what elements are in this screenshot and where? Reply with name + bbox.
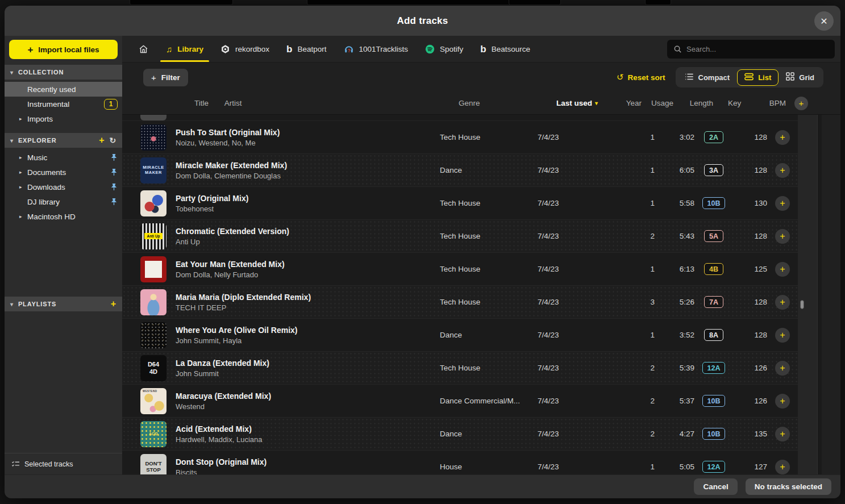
column-length[interactable]: Length (673, 99, 713, 107)
add-track-button[interactable]: + (775, 328, 790, 343)
scrollbar-track[interactable] (798, 115, 817, 474)
column-year[interactable]: Year (613, 99, 642, 107)
add-track-button[interactable]: + (775, 196, 790, 211)
table-row[interactable]: Eat Your Man (Extended Mix) Dom Dolla, N… (122, 252, 798, 285)
tab-library[interactable]: ♫ Library (166, 36, 203, 62)
tab-home[interactable] (138, 36, 149, 62)
add-column-button[interactable]: + (794, 97, 808, 110)
pin-icon[interactable] (110, 153, 118, 161)
track-title: Dont Stop (Original Mix) (176, 457, 440, 466)
track-genre: Tech House (440, 199, 538, 207)
collection-section-header[interactable]: ▾ COLLECTION (5, 65, 122, 80)
add-track-button[interactable]: + (775, 361, 790, 376)
modal-body: + Import local files ▾ COLLECTION Recent… (5, 36, 840, 474)
import-local-files-button[interactable]: + Import local files (9, 40, 118, 59)
track-genre: Dance (440, 430, 538, 438)
table-row[interactable]: D64 4D La Danza (Extended Mix) John Summ… (122, 351, 798, 384)
table-row[interactable]: Party (Original Mix) Tobehonest Tech Hou… (122, 186, 798, 219)
table-row[interactable]: Anti Up Chromatic (Extended Version) Ant… (122, 219, 798, 252)
add-track-button[interactable]: + (775, 427, 790, 441)
sidebar-item-downloads[interactable]: ▸ Downloads (5, 180, 122, 194)
partially-scrolled-row (122, 115, 798, 120)
track-genre: Tech House (440, 232, 538, 240)
track-title: Maracuya (Extended Mix) (176, 391, 440, 401)
selected-tracks-bar[interactable]: Selected tracks (5, 453, 122, 474)
filter-button[interactable]: + Filter (143, 69, 188, 86)
tab-beatport[interactable]: b Beatport (286, 36, 326, 62)
view-mode-switcher: Compact List Grid (676, 67, 823, 88)
column-artist[interactable]: Artist (224, 99, 242, 107)
view-mode-compact[interactable]: Compact (677, 69, 738, 86)
beatsource-icon: b (480, 44, 486, 54)
add-playlist-button[interactable]: + (111, 299, 116, 309)
track-bpm: 127 (733, 463, 767, 471)
table-row[interactable]: DON'T STOP Dont Stop (Original Mix) Bisc… (122, 450, 798, 474)
tab-rekordbox[interactable]: rekordbox (220, 36, 269, 62)
close-button[interactable]: ✕ (814, 11, 834, 31)
table-row[interactable]: Where You Are (Olive Oil Remix) John Sum… (122, 318, 798, 351)
sort-direction-icon: ▾ (595, 100, 598, 106)
track-last-used: 7/4/23 (538, 430, 594, 438)
add-track-button[interactable]: + (775, 163, 790, 178)
plus-icon: + (780, 330, 785, 340)
add-track-button[interactable]: + (775, 262, 790, 277)
sidebar-item-dj-library[interactable]: DJ library (5, 194, 122, 209)
track-length: 3:52 (655, 331, 694, 339)
playlists-section-header[interactable]: ▾ PLAYLISTS + (5, 297, 122, 311)
view-mode-grid[interactable]: Grid (779, 69, 822, 86)
column-genre[interactable]: Genre (459, 99, 556, 107)
album-art: D64 4D (140, 355, 166, 381)
plus-icon: + (780, 198, 785, 209)
tab-spotify[interactable]: Spotify (425, 36, 463, 62)
add-track-button[interactable]: + (775, 229, 790, 244)
key-badge: 7A (704, 296, 723, 308)
tab-label: Library (177, 45, 203, 53)
sidebar-item-instrumental[interactable]: Instrumental 1 (5, 97, 122, 111)
add-track-button[interactable]: + (775, 460, 790, 474)
sidebar-item-music[interactable]: ▸ Music (5, 150, 122, 165)
view-mode-list[interactable]: List (737, 69, 779, 86)
pin-icon[interactable] (110, 168, 118, 176)
pin-icon[interactable] (110, 198, 118, 206)
track-bpm: 126 (733, 397, 767, 405)
svg-text:?: ? (347, 48, 350, 53)
search-input[interactable] (667, 40, 835, 59)
track-artist: John Summit (176, 369, 440, 378)
add-track-button[interactable]: + (775, 130, 790, 145)
cancel-button[interactable]: Cancel (694, 478, 737, 495)
refresh-icon[interactable]: ↻ (109, 136, 116, 144)
add-track-button[interactable]: + (775, 295, 790, 310)
track-usage: 2 (623, 364, 655, 372)
confirm-add-button[interactable]: No tracks selected (746, 478, 831, 495)
track-last-used: 7/4/23 (538, 298, 594, 306)
scrollbar-thumb[interactable] (800, 300, 804, 309)
pin-icon[interactable] (110, 183, 118, 191)
add-track-button[interactable]: + (775, 394, 790, 409)
column-title[interactable]: Title (194, 99, 209, 107)
column-last-used[interactable]: Last used ▾ (556, 99, 613, 107)
table-row[interactable]: ACID Acid (Extended Mix) Hardwell, Maddi… (122, 417, 798, 450)
reset-sort-button[interactable]: ↺ Reset sort (617, 72, 665, 82)
table-row[interactable]: Push To Start (Original Mix) Noizu, West… (122, 120, 798, 153)
tab-1001tracklists[interactable]: ? 1001Tracklists (344, 36, 409, 62)
sidebar-item-documents[interactable]: ▸ Documents (5, 165, 122, 180)
sidebar-item-macintosh-hd[interactable]: ▸ Macintosh HD (5, 209, 122, 224)
track-artist: John Summit, Hayla (176, 336, 440, 345)
table-row[interactable]: Maria Maria (Diplo Extended Remix) TECH … (122, 285, 798, 318)
column-key[interactable]: Key (713, 99, 752, 107)
add-tracks-modal: Add tracks ✕ + Import local files ▾ COLL… (5, 6, 840, 498)
add-explorer-source-button[interactable]: + (99, 136, 105, 145)
explorer-section-header[interactable]: ▾ EXPLORER + ↻ (5, 133, 122, 148)
column-bpm[interactable]: BPM (752, 99, 786, 107)
plus-icon: + (780, 462, 785, 472)
table-row[interactable]: MIRACLE MAKER Miracle Maker (Extended Mi… (122, 153, 798, 186)
sidebar-item-imports[interactable]: ▸ Imports (5, 111, 122, 126)
track-artist: Tobehonest (176, 205, 440, 213)
table-row[interactable]: WESTEND Maracuya (Extended Mix) Westend … (122, 384, 798, 417)
column-usage[interactable]: Usage (642, 99, 673, 107)
sidebar-item-recently-used[interactable]: Recently used (5, 82, 122, 97)
main-panel: ♫ Library rekordbox b Beatport ? 1001Tra… (122, 36, 840, 474)
compact-view-icon (685, 73, 694, 82)
search-box (667, 40, 835, 59)
tab-beatsource[interactable]: b Beatsource (480, 36, 530, 62)
